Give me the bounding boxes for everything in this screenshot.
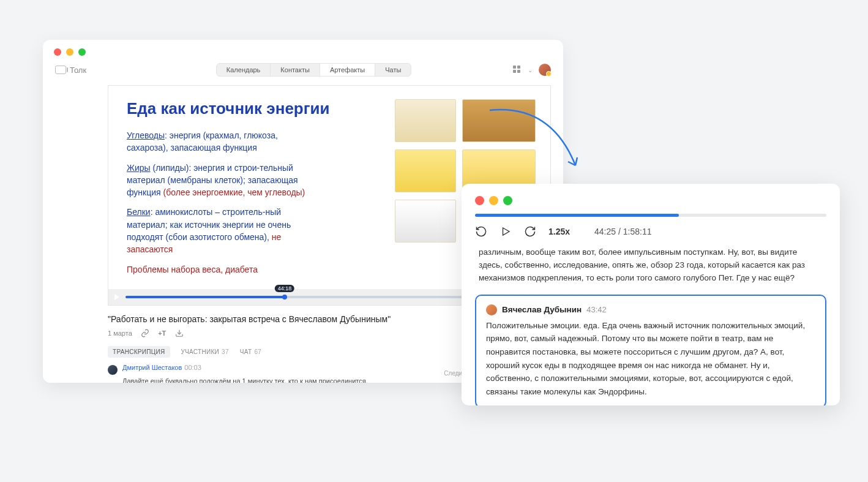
tab-chats[interactable]: Чаты xyxy=(375,64,411,76)
entry-time: 00:03 xyxy=(184,364,201,371)
tab-participants[interactable]: УЧАСТНИКИ37 xyxy=(181,348,229,355)
download-icon[interactable] xyxy=(175,329,184,337)
tab-transcript[interactable]: ТРАНСКРИПЦИЯ xyxy=(108,346,170,358)
link-icon[interactable] xyxy=(141,329,149,337)
tab-calendar[interactable]: Календарь xyxy=(217,64,271,76)
player-controls: 1.25x 44:25 / 1:58:11 xyxy=(462,217,840,246)
close-window-dot[interactable] xyxy=(475,196,484,205)
content-tabs: ТРАНСКРИПЦИЯ УЧАСТНИКИ37 ЧАТ67 xyxy=(108,346,498,358)
tab-contacts[interactable]: Контакты xyxy=(271,64,320,76)
mac-traffic-lights xyxy=(462,184,840,214)
highlighted-transcript-entry[interactable]: Вячеслав Дубынин 43:42 Положительные эмо… xyxy=(475,295,826,405)
speaker-avatar xyxy=(108,365,118,375)
play-icon[interactable] xyxy=(499,225,512,238)
toolbar: Толк Календарь Контакты Артефакты Чаты ⌄ xyxy=(43,62,563,83)
speaker-name: Дмитрий Шестаков xyxy=(122,364,182,371)
previous-segment-text: различным, вообще таким вот, более импул… xyxy=(462,246,840,292)
close-window-dot[interactable] xyxy=(54,48,61,56)
maximize-window-dot[interactable] xyxy=(78,48,86,56)
minimize-window-dot[interactable] xyxy=(66,48,73,56)
recording-title: "Работать и не выгорать: закрытая встреч… xyxy=(108,314,498,324)
slide-text: Углеводы: энергия (крахмал, глюкоза, сах… xyxy=(127,129,310,276)
time-display: 44:25 / 1:58:11 xyxy=(594,227,651,236)
app-logo[interactable]: Толк xyxy=(55,66,165,75)
app-name: Толк xyxy=(70,66,86,75)
minimize-window-dot[interactable] xyxy=(489,196,498,205)
transcript-text: Давайте ещё буквально подождём на 1 мину… xyxy=(122,377,498,383)
nav-tabs: Календарь Контакты Артефакты Чаты xyxy=(216,63,412,77)
camera-icon xyxy=(55,66,66,74)
playback-speed[interactable]: 1.25x xyxy=(548,227,570,236)
forward-icon[interactable] xyxy=(524,225,536,238)
tab-artifacts[interactable]: Артефакты xyxy=(320,64,375,76)
play-icon[interactable] xyxy=(114,294,119,300)
recording-date: 1 марта xyxy=(108,329,132,337)
transcript-popup-window: 1.25x 44:25 / 1:58:11 различным, вообще … xyxy=(462,184,840,405)
transcript-entry[interactable]: Дмитрий Шестаков00:03 xyxy=(108,364,498,375)
speaker-avatar xyxy=(486,304,497,315)
highlighted-text: Положительные эмоции. еда. Еда очень важ… xyxy=(486,319,815,399)
text-add-icon[interactable]: +T xyxy=(158,329,166,337)
playhead-time: 44:18 xyxy=(275,285,295,292)
grid-icon[interactable] xyxy=(513,66,522,74)
audio-progress-bar[interactable] xyxy=(475,214,826,217)
entry-time: 43:42 xyxy=(586,305,607,314)
chevron-down-icon[interactable]: ⌄ xyxy=(528,67,533,73)
speaker-name: Вячеслав Дубынин xyxy=(502,305,582,314)
svg-marker-0 xyxy=(503,228,510,235)
user-avatar[interactable] xyxy=(539,64,551,76)
maximize-window-dot[interactable] xyxy=(503,196,512,205)
rewind-icon[interactable] xyxy=(475,225,487,238)
tab-chat[interactable]: ЧАТ67 xyxy=(240,348,261,355)
mac-traffic-lights xyxy=(43,40,563,62)
